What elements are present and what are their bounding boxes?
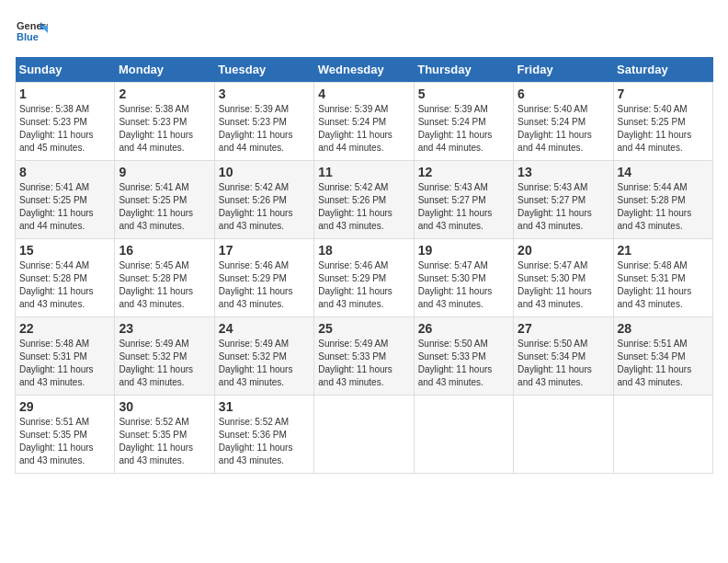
day-info: Sunrise: 5:49 AMSunset: 5:33 PMDaylight:… bbox=[318, 338, 409, 389]
calendar-day-cell: 11Sunrise: 5:42 AMSunset: 5:26 PMDayligh… bbox=[314, 161, 414, 239]
logo-icon: General Blue bbox=[15, 15, 48, 48]
calendar-day-cell: 28Sunrise: 5:51 AMSunset: 5:34 PMDayligh… bbox=[613, 317, 712, 396]
empty-cell bbox=[414, 396, 513, 474]
calendar-day-cell: 21Sunrise: 5:48 AMSunset: 5:31 PMDayligh… bbox=[613, 239, 712, 317]
calendar-week-row: 1Sunrise: 5:38 AMSunset: 5:23 PMDaylight… bbox=[16, 83, 713, 161]
day-number: 14 bbox=[618, 165, 709, 179]
day-info: Sunrise: 5:52 AMSunset: 5:36 PMDaylight:… bbox=[219, 416, 310, 467]
calendar-day-cell: 27Sunrise: 5:50 AMSunset: 5:34 PMDayligh… bbox=[514, 317, 613, 396]
day-info: Sunrise: 5:47 AMSunset: 5:30 PMDaylight:… bbox=[518, 259, 609, 311]
day-info: Sunrise: 5:39 AMSunset: 5:23 PMDaylight:… bbox=[219, 103, 310, 155]
day-info: Sunrise: 5:46 AMSunset: 5:29 PMDaylight:… bbox=[318, 259, 409, 311]
day-number: 3 bbox=[219, 86, 310, 101]
calendar-day-cell: 19Sunrise: 5:47 AMSunset: 5:30 PMDayligh… bbox=[414, 239, 513, 317]
day-number: 13 bbox=[518, 165, 609, 179]
day-info: Sunrise: 5:44 AMSunset: 5:28 PMDaylight:… bbox=[618, 181, 709, 233]
day-number: 27 bbox=[518, 321, 609, 336]
day-info: Sunrise: 5:52 AMSunset: 5:35 PMDaylight:… bbox=[119, 416, 210, 467]
day-number: 5 bbox=[418, 86, 509, 101]
calendar-day-cell: 3Sunrise: 5:39 AMSunset: 5:23 PMDaylight… bbox=[214, 83, 313, 161]
day-number: 12 bbox=[418, 165, 509, 179]
calendar-day-cell: 26Sunrise: 5:50 AMSunset: 5:33 PMDayligh… bbox=[414, 317, 513, 396]
calendar-day-cell: 2Sunrise: 5:38 AMSunset: 5:23 PMDaylight… bbox=[115, 83, 214, 161]
calendar-week-row: 8Sunrise: 5:41 AMSunset: 5:25 PMDaylight… bbox=[16, 161, 713, 239]
header-tuesday: Tuesday bbox=[214, 57, 313, 83]
day-info: Sunrise: 5:49 AMSunset: 5:32 PMDaylight:… bbox=[219, 338, 310, 389]
day-number: 17 bbox=[219, 243, 310, 258]
header-thursday: Thursday bbox=[414, 57, 513, 83]
day-info: Sunrise: 5:41 AMSunset: 5:25 PMDaylight:… bbox=[119, 181, 210, 233]
day-number: 21 bbox=[618, 243, 709, 258]
day-number: 6 bbox=[518, 86, 609, 101]
day-info: Sunrise: 5:43 AMSunset: 5:27 PMDaylight:… bbox=[418, 181, 509, 233]
empty-cell bbox=[314, 396, 414, 474]
day-number: 2 bbox=[119, 86, 210, 101]
calendar-day-cell: 31Sunrise: 5:52 AMSunset: 5:36 PMDayligh… bbox=[214, 396, 313, 474]
day-info: Sunrise: 5:43 AMSunset: 5:27 PMDaylight:… bbox=[518, 181, 609, 233]
day-number: 11 bbox=[318, 165, 409, 179]
day-info: Sunrise: 5:38 AMSunset: 5:23 PMDaylight:… bbox=[19, 103, 110, 155]
day-info: Sunrise: 5:39 AMSunset: 5:24 PMDaylight:… bbox=[318, 103, 409, 155]
empty-cell bbox=[613, 396, 712, 474]
day-number: 31 bbox=[219, 399, 310, 414]
calendar-day-cell: 6Sunrise: 5:40 AMSunset: 5:24 PMDaylight… bbox=[514, 83, 613, 161]
day-info: Sunrise: 5:38 AMSunset: 5:23 PMDaylight:… bbox=[119, 103, 210, 155]
day-info: Sunrise: 5:46 AMSunset: 5:29 PMDaylight:… bbox=[219, 259, 310, 311]
calendar-day-cell: 24Sunrise: 5:49 AMSunset: 5:32 PMDayligh… bbox=[214, 317, 313, 396]
day-info: Sunrise: 5:45 AMSunset: 5:28 PMDaylight:… bbox=[119, 259, 210, 311]
day-info: Sunrise: 5:49 AMSunset: 5:32 PMDaylight:… bbox=[119, 338, 210, 389]
day-number: 4 bbox=[318, 86, 409, 101]
day-info: Sunrise: 5:40 AMSunset: 5:24 PMDaylight:… bbox=[518, 103, 609, 155]
calendar-day-cell: 29Sunrise: 5:51 AMSunset: 5:35 PMDayligh… bbox=[16, 396, 115, 474]
calendar-day-cell: 14Sunrise: 5:44 AMSunset: 5:28 PMDayligh… bbox=[613, 161, 712, 239]
day-info: Sunrise: 5:42 AMSunset: 5:26 PMDaylight:… bbox=[219, 181, 310, 233]
day-number: 7 bbox=[618, 86, 709, 101]
day-number: 19 bbox=[418, 243, 509, 258]
day-info: Sunrise: 5:48 AMSunset: 5:31 PMDaylight:… bbox=[618, 259, 709, 311]
calendar-day-cell: 22Sunrise: 5:48 AMSunset: 5:31 PMDayligh… bbox=[16, 317, 115, 396]
day-number: 18 bbox=[318, 243, 409, 258]
header-friday: Friday bbox=[514, 57, 613, 83]
day-number: 22 bbox=[19, 321, 110, 336]
day-info: Sunrise: 5:48 AMSunset: 5:31 PMDaylight:… bbox=[19, 338, 110, 389]
day-number: 1 bbox=[19, 86, 110, 101]
calendar-day-cell: 23Sunrise: 5:49 AMSunset: 5:32 PMDayligh… bbox=[115, 317, 214, 396]
calendar-day-cell: 16Sunrise: 5:45 AMSunset: 5:28 PMDayligh… bbox=[115, 239, 214, 317]
day-number: 29 bbox=[19, 399, 110, 414]
header-saturday: Saturday bbox=[613, 57, 712, 83]
calendar-day-cell: 8Sunrise: 5:41 AMSunset: 5:25 PMDaylight… bbox=[16, 161, 115, 239]
day-number: 8 bbox=[19, 165, 110, 179]
calendar-day-cell: 5Sunrise: 5:39 AMSunset: 5:24 PMDaylight… bbox=[414, 83, 513, 161]
day-number: 25 bbox=[318, 321, 409, 336]
day-number: 24 bbox=[219, 321, 310, 336]
day-info: Sunrise: 5:44 AMSunset: 5:28 PMDaylight:… bbox=[19, 259, 110, 311]
calendar-day-cell: 17Sunrise: 5:46 AMSunset: 5:29 PMDayligh… bbox=[214, 239, 313, 317]
day-info: Sunrise: 5:39 AMSunset: 5:24 PMDaylight:… bbox=[418, 103, 509, 155]
day-number: 10 bbox=[219, 165, 310, 179]
day-number: 20 bbox=[518, 243, 609, 258]
calendar-day-cell: 25Sunrise: 5:49 AMSunset: 5:33 PMDayligh… bbox=[314, 317, 414, 396]
day-info: Sunrise: 5:51 AMSunset: 5:35 PMDaylight:… bbox=[19, 416, 110, 467]
calendar-day-cell: 30Sunrise: 5:52 AMSunset: 5:35 PMDayligh… bbox=[115, 396, 214, 474]
day-number: 30 bbox=[119, 399, 210, 414]
calendar-week-row: 22Sunrise: 5:48 AMSunset: 5:31 PMDayligh… bbox=[16, 317, 713, 396]
calendar-day-cell: 9Sunrise: 5:41 AMSunset: 5:25 PMDaylight… bbox=[115, 161, 214, 239]
day-number: 28 bbox=[618, 321, 709, 336]
calendar-header-row: SundayMondayTuesdayWednesdayThursdayFrid… bbox=[16, 57, 713, 83]
header-wednesday: Wednesday bbox=[314, 57, 414, 83]
calendar-week-row: 29Sunrise: 5:51 AMSunset: 5:35 PMDayligh… bbox=[16, 396, 713, 474]
header-monday: Monday bbox=[115, 57, 214, 83]
day-info: Sunrise: 5:40 AMSunset: 5:25 PMDaylight:… bbox=[618, 103, 709, 155]
calendar-day-cell: 15Sunrise: 5:44 AMSunset: 5:28 PMDayligh… bbox=[16, 239, 115, 317]
calendar-day-cell: 1Sunrise: 5:38 AMSunset: 5:23 PMDaylight… bbox=[16, 83, 115, 161]
day-number: 23 bbox=[119, 321, 210, 336]
calendar-day-cell: 7Sunrise: 5:40 AMSunset: 5:25 PMDaylight… bbox=[613, 83, 712, 161]
empty-cell bbox=[514, 396, 613, 474]
calendar-day-cell: 10Sunrise: 5:42 AMSunset: 5:26 PMDayligh… bbox=[214, 161, 313, 239]
day-info: Sunrise: 5:42 AMSunset: 5:26 PMDaylight:… bbox=[318, 181, 409, 233]
svg-text:Blue: Blue bbox=[17, 31, 39, 42]
calendar-table: SundayMondayTuesdayWednesdayThursdayFrid… bbox=[15, 57, 713, 474]
calendar-day-cell: 4Sunrise: 5:39 AMSunset: 5:24 PMDaylight… bbox=[314, 83, 414, 161]
day-info: Sunrise: 5:41 AMSunset: 5:25 PMDaylight:… bbox=[19, 181, 110, 233]
day-info: Sunrise: 5:50 AMSunset: 5:34 PMDaylight:… bbox=[518, 338, 609, 389]
